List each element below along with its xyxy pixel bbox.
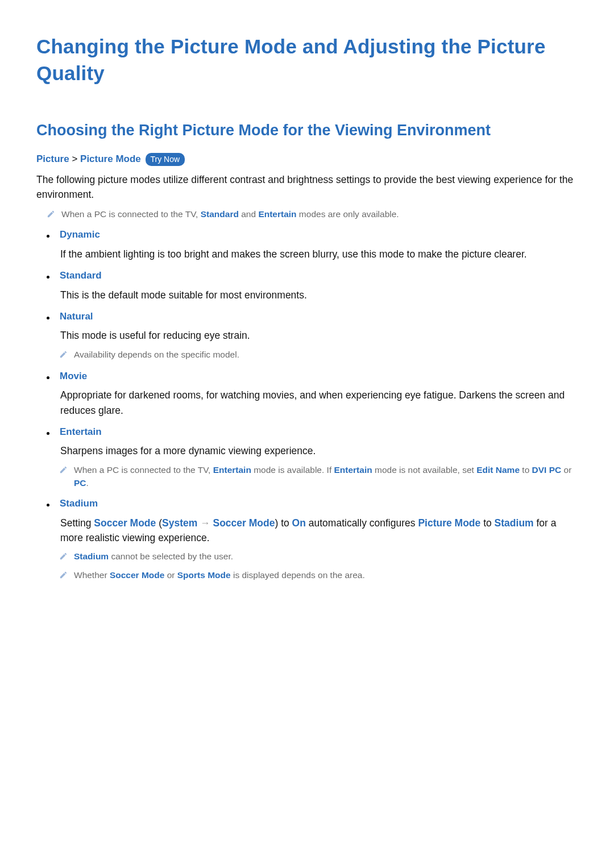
section-title: Choosing the Right Picture Mode for the … [36, 119, 578, 142]
pencil-icon [59, 570, 68, 583]
arrow-right-icon: → [197, 517, 213, 529]
mode-title-dynamic: Dynamic [60, 227, 100, 242]
note-natural: Availability depends on the specific mod… [59, 348, 578, 362]
note-pc-text: When a PC is connected to the TV, Standa… [61, 207, 578, 221]
note-pc-connected: When a PC is connected to the TV, Standa… [47, 207, 578, 222]
link-standard: Standard [201, 209, 239, 219]
note-stadium-1: Stadium cannot be selected by the user. [59, 550, 578, 564]
mode-title-natural: Natural [60, 309, 93, 324]
bullet-icon [47, 376, 49, 379]
mode-title-standard: Standard [60, 268, 102, 283]
bullet-icon [47, 235, 49, 238]
list-item-natural: Natural This mode is useful for reducing… [36, 309, 578, 362]
link-entertain: Entertain [258, 209, 296, 219]
pencil-icon [59, 551, 68, 564]
mode-body-natural: This mode is useful for reducing eye str… [60, 328, 578, 343]
mode-body-stadium: Setting Soccer Mode (System → Soccer Mod… [60, 516, 578, 546]
page-title: Changing the Picture Mode and Adjusting … [36, 33, 578, 87]
list-item-dynamic: Dynamic If the ambient lighting is too b… [36, 227, 578, 261]
list-item-standard: Standard This is the default mode suitab… [36, 268, 578, 302]
mode-title-stadium: Stadium [60, 496, 98, 511]
list-item-stadium: Stadium Setting Soccer Mode (System → So… [36, 496, 578, 583]
mode-body-dynamic: If the ambient lighting is too bright an… [60, 247, 578, 261]
bullet-icon [47, 276, 49, 279]
try-now-badge[interactable]: Try Now [146, 153, 185, 166]
note-entertain-text: When a PC is connected to the TV, Entert… [74, 463, 578, 490]
list-item-movie: Movie Appropriate for darkened rooms, fo… [36, 369, 578, 418]
pencil-icon [47, 209, 56, 222]
pencil-icon [59, 349, 68, 362]
list-item-entertain: Entertain Sharpens images for a more dyn… [36, 425, 578, 489]
note-stadium-1-text: Stadium cannot be selected by the user. [74, 550, 233, 563]
intro-text: The following picture modes utilize diff… [36, 172, 578, 202]
breadcrumb-separator: > [72, 153, 77, 164]
note-stadium-2-text: Whether Soccer Mode or Sports Mode is di… [74, 568, 365, 582]
mode-title-entertain: Entertain [60, 425, 102, 439]
note-entertain: When a PC is connected to the TV, Entert… [59, 463, 578, 490]
mode-body-movie: Appropriate for darkened rooms, for watc… [60, 388, 578, 418]
breadcrumb-leaf[interactable]: Picture Mode [80, 153, 141, 164]
mode-title-movie: Movie [60, 369, 87, 384]
pencil-icon [59, 464, 68, 477]
picture-mode-list: Dynamic If the ambient lighting is too b… [36, 227, 578, 583]
bullet-icon [47, 432, 49, 435]
bullet-icon [47, 317, 49, 319]
breadcrumb-root[interactable]: Picture [36, 153, 69, 164]
bullet-icon [47, 504, 49, 506]
note-natural-text: Availability depends on the specific mod… [74, 348, 239, 361]
mode-body-standard: This is the default mode suitable for mo… [60, 288, 578, 302]
mode-body-entertain: Sharpens images for a more dynamic viewi… [60, 443, 578, 458]
note-stadium-2: Whether Soccer Mode or Sports Mode is di… [59, 568, 578, 583]
breadcrumb: Picture > Picture Mode Try Now [36, 152, 578, 167]
